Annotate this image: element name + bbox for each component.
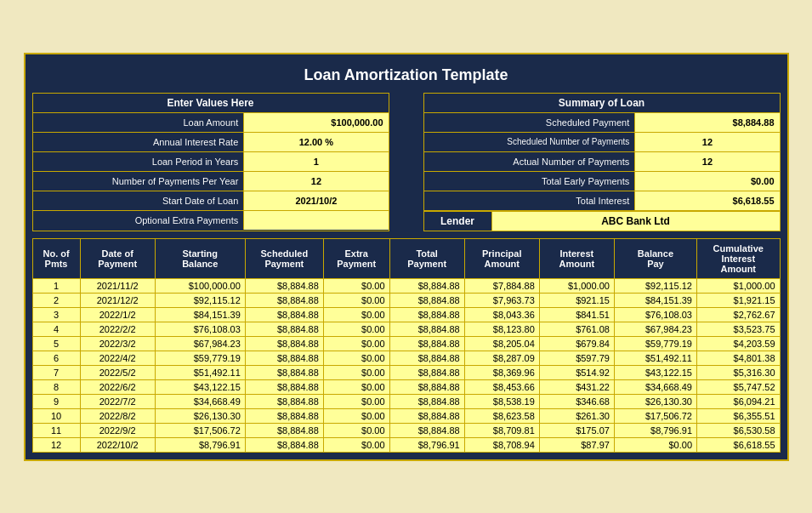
table-cell: 2022/2/2 <box>80 322 155 336</box>
table-cell: $8,884.88 <box>245 379 323 394</box>
table-row: 42022/2/2$76,108.03$8,884.88$0.00$8,884.… <box>32 322 780 336</box>
main-title: Loan Amortization Template <box>32 61 781 89</box>
enter-values-section: Enter Values Here Loan Amount $100,000.0… <box>32 93 389 231</box>
summary-header: Summary of Loan <box>424 94 780 113</box>
table-cell: 12 <box>32 437 80 452</box>
scheduled-num-row: Scheduled Number of Payments 12 <box>424 133 780 152</box>
table-cell: 2022/10/2 <box>80 437 155 452</box>
table-cell: $679.84 <box>539 336 614 351</box>
table-row: 72022/5/2$51,492.11$8,884.88$0.00$8,884.… <box>32 365 780 379</box>
table-row: 102022/8/2$26,130.30$8,884.88$0.00$8,884… <box>32 408 780 423</box>
table-row: 62022/4/2$59,779.19$8,884.88$0.00$8,884.… <box>32 351 780 365</box>
table-cell: 7 <box>32 365 80 379</box>
table-cell: 9 <box>32 394 80 408</box>
table-cell: $761.08 <box>539 322 614 336</box>
table-cell: $8,884.88 <box>245 293 323 307</box>
table-cell: $8,205.04 <box>464 336 539 351</box>
summary-section: Summary of Loan Scheduled Payment $8,884… <box>423 93 781 231</box>
table-cell: $8,884.88 <box>389 394 464 408</box>
loan-period-label: Loan Period in Years <box>33 152 245 171</box>
col-interest-amount: InterestAmount <box>539 238 614 278</box>
actual-num-value: 12 <box>635 152 779 171</box>
table-row: 52022/3/2$67,984.23$8,884.88$0.00$8,884.… <box>32 336 780 351</box>
table-cell: $0.00 <box>323 278 389 293</box>
table-cell: $84,151.39 <box>155 307 245 322</box>
table-cell: $0.00 <box>323 322 389 336</box>
scheduled-num-label: Scheduled Number of Payments <box>424 133 636 151</box>
table-cell: $8,884.88 <box>245 278 323 293</box>
table-cell: $0.00 <box>323 293 389 307</box>
loan-amount-value: $100,000.00 <box>244 113 388 132</box>
table-cell: $8,709.81 <box>464 423 539 437</box>
table-cell: $5,316.30 <box>697 365 781 379</box>
table-cell: $8,287.09 <box>464 351 539 365</box>
table-cell: $8,884.88 <box>245 423 323 437</box>
table-cell: $431.22 <box>539 379 614 394</box>
table-cell: 2022/7/2 <box>80 394 155 408</box>
table-row: 122022/10/2$8,796.91$8,884.88$0.00$8,796… <box>32 437 780 452</box>
table-cell: $7,884.88 <box>464 278 539 293</box>
table-cell: $1,000.00 <box>539 278 614 293</box>
table-section: No. ofPmts Date ofPayment StartingBalanc… <box>32 238 781 453</box>
table-cell: $6,355.51 <box>697 408 781 423</box>
lender-label: Lender <box>424 212 492 231</box>
table-cell: $514.92 <box>539 365 614 379</box>
table-cell: 5 <box>32 336 80 351</box>
num-payments-row: Number of Payments Per Year 12 <box>33 172 389 191</box>
table-cell: 2022/6/2 <box>80 379 155 394</box>
table-cell: $17,506.72 <box>614 408 696 423</box>
table-cell: $84,151.39 <box>614 293 696 307</box>
table-body: 12021/11/2$100,000.00$8,884.88$0.00$8,88… <box>32 278 780 452</box>
table-cell: 8 <box>32 379 80 394</box>
table-header-row: No. ofPmts Date ofPayment StartingBalanc… <box>32 238 780 278</box>
table-cell: $8,884.88 <box>389 322 464 336</box>
table-cell: 2021/12/2 <box>80 293 155 307</box>
num-payments-value: 12 <box>244 172 388 191</box>
total-early-label: Total Early Payments <box>424 172 636 191</box>
start-date-label: Start Date of Loan <box>33 191 245 210</box>
table-cell: 1 <box>32 278 80 293</box>
table-cell: $3,523.75 <box>697 322 781 336</box>
table-row: 82022/6/2$43,122.15$8,884.88$0.00$8,884.… <box>32 379 780 394</box>
table-cell: $8,884.88 <box>389 379 464 394</box>
spacer <box>389 93 423 231</box>
table-cell: $175.07 <box>539 423 614 437</box>
table-cell: 10 <box>32 408 80 423</box>
table-cell: $8,884.88 <box>245 437 323 452</box>
table-cell: $0.00 <box>323 365 389 379</box>
table-cell: $1,000.00 <box>697 278 781 293</box>
table-cell: $67,984.23 <box>614 322 696 336</box>
table-cell: 2022/3/2 <box>80 336 155 351</box>
table-cell: $8,453.66 <box>464 379 539 394</box>
table-cell: $76,108.03 <box>614 307 696 322</box>
table-cell: $6,618.55 <box>697 437 781 452</box>
annual-interest-value: 12.00 % <box>244 133 388 151</box>
loan-period-value: 1 <box>244 152 388 171</box>
table-cell: $8,123.80 <box>464 322 539 336</box>
loan-amount-label: Loan Amount <box>33 113 245 132</box>
table-cell: $26,130.30 <box>614 394 696 408</box>
table-cell: $76,108.03 <box>155 322 245 336</box>
annual-interest-row: Annual Interest Rate 12.00 % <box>33 133 389 152</box>
table-row: 12021/11/2$100,000.00$8,884.88$0.00$8,88… <box>32 278 780 293</box>
table-cell: 2021/11/2 <box>80 278 155 293</box>
table-cell: $51,492.11 <box>155 365 245 379</box>
table-cell: $0.00 <box>323 336 389 351</box>
loan-amount-row: Loan Amount $100,000.00 <box>33 113 389 133</box>
start-date-value: 2021/10/2 <box>244 191 388 210</box>
lender-value: ABC Bank Ltd <box>492 212 780 231</box>
table-cell: $6,530.58 <box>697 423 781 437</box>
table-cell: 2022/1/2 <box>80 307 155 322</box>
actual-num-row: Actual Number of Payments 12 <box>424 152 780 172</box>
col-date-payment: Date ofPayment <box>80 238 155 278</box>
table-cell: $8,796.91 <box>155 437 245 452</box>
total-early-row: Total Early Payments $0.00 <box>424 172 780 191</box>
table-cell: $67,984.23 <box>155 336 245 351</box>
table-cell: $1,921.15 <box>697 293 781 307</box>
table-cell: $43,122.15 <box>614 365 696 379</box>
extra-payments-label: Optional Extra Payments <box>33 211 245 230</box>
total-early-value: $0.00 <box>635 172 779 191</box>
table-cell: $7,963.73 <box>464 293 539 307</box>
table-cell: $8,884.88 <box>245 336 323 351</box>
table-cell: $8,796.91 <box>389 437 464 452</box>
